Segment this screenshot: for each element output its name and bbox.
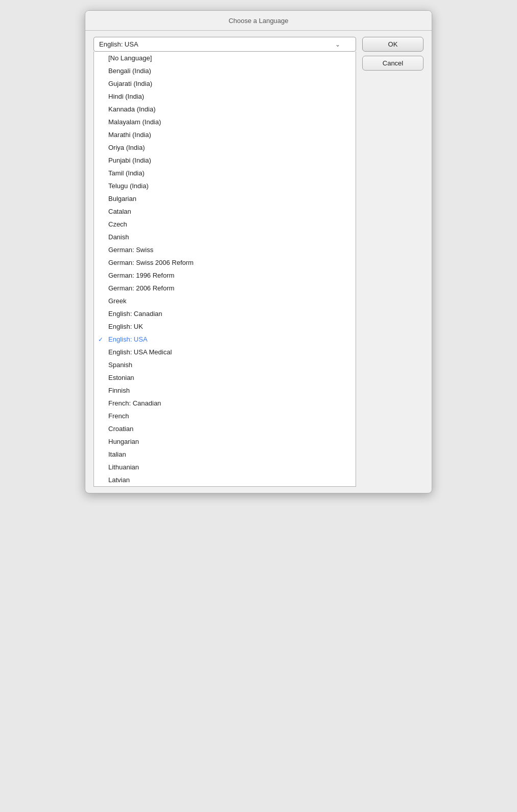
list-item[interactable]: ✓German: 2006 Reform	[94, 282, 356, 295]
list-item[interactable]: ✓Punjabi (India)	[94, 154, 356, 167]
list-item[interactable]: ✓Danish	[94, 231, 356, 243]
language-option-label: Bulgarian	[108, 195, 136, 202]
list-item[interactable]: ✓German: Swiss 2006 Reform	[94, 256, 356, 269]
language-option-label: Finnish	[108, 387, 130, 394]
language-option-label: Tamil (India)	[108, 169, 145, 177]
list-item[interactable]: ✓Kannada (India)	[94, 103, 356, 116]
ok-button[interactable]: OK	[362, 37, 424, 52]
list-item[interactable]: ✓Estonian	[94, 371, 356, 384]
language-option-label: Gujarati (India)	[108, 80, 152, 87]
language-option-label: German: Swiss 2006 Reform	[108, 259, 194, 266]
right-section: OK Cancel	[362, 37, 424, 71]
list-item[interactable]: ✓Hindi (India)	[94, 90, 356, 103]
list-item[interactable]: ✓Latvian	[94, 473, 356, 486]
list-item[interactable]: ✓Greek	[94, 295, 356, 307]
language-option-label: Malayalam (India)	[108, 118, 161, 126]
language-option-label: Telugu (India)	[108, 182, 149, 190]
list-item[interactable]: ✓English: UK	[94, 320, 356, 333]
language-dropdown-list[interactable]: ✓[No Language]✓Bengali (India)✓Gujarati …	[93, 52, 356, 487]
language-option-label: English: USA	[108, 335, 148, 343]
dialog-title-bar: Choose a Language	[85, 11, 432, 31]
list-item[interactable]: ✓Marathi (India)	[94, 128, 356, 141]
language-option-label: English: USA Medical	[108, 348, 172, 356]
list-item[interactable]: ✓English: USA Medical	[94, 346, 356, 358]
list-item[interactable]: ✓Oriya (India)	[94, 141, 356, 154]
language-option-label: Hungarian	[108, 438, 139, 445]
list-item[interactable]: ✓Gujarati (India)	[94, 77, 356, 90]
list-item[interactable]: ✓Czech	[94, 218, 356, 231]
dialog-title: Choose a Language	[228, 17, 288, 25]
list-item[interactable]: ✓French: Canadian	[94, 397, 356, 410]
language-option-label: German: 2006 Reform	[108, 284, 174, 292]
list-item[interactable]: ✓Finnish	[94, 384, 356, 397]
language-option-label: English: UK	[108, 323, 143, 330]
list-item[interactable]: ✓Lithuanian	[94, 461, 356, 473]
dialog-body: English: USA ⌄ ✓[No Language]✓Bengali (I…	[85, 31, 432, 493]
language-option-label: Punjabi (India)	[108, 156, 151, 164]
list-item[interactable]: ✓French	[94, 410, 356, 422]
selected-language-label: English: USA	[99, 40, 138, 48]
language-option-label: Lithuanian	[108, 463, 139, 471]
left-section: English: USA ⌄ ✓[No Language]✓Bengali (I…	[93, 37, 356, 487]
list-item[interactable]: ✓Catalan	[94, 205, 356, 218]
language-option-label: Spanish	[108, 361, 132, 369]
choose-language-dialog: Choose a Language English: USA ⌄ ✓[No La…	[85, 10, 432, 493]
language-option-label: Greek	[108, 297, 126, 305]
language-select[interactable]: English: USA ⌄	[93, 37, 356, 52]
chevron-down-icon: ⌄	[335, 41, 340, 48]
language-option-label: Bengali (India)	[108, 67, 151, 75]
language-option-label: French: Canadian	[108, 399, 161, 407]
language-option-label: Hindi (India)	[108, 93, 144, 100]
language-option-label: Italian	[108, 450, 126, 458]
language-option-label: Latvian	[108, 476, 130, 484]
language-option-label: German: Swiss	[108, 246, 153, 254]
language-option-label: Kannada (India)	[108, 105, 156, 113]
language-option-label: Catalan	[108, 208, 131, 215]
list-item[interactable]: ✓Croatian	[94, 422, 356, 435]
language-option-label: Estonian	[108, 374, 134, 381]
list-item[interactable]: ✓English: USA	[94, 333, 356, 346]
checkmark-icon: ✓	[98, 336, 103, 343]
list-item[interactable]: ✓Italian	[94, 448, 356, 461]
list-item[interactable]: ✓Spanish	[94, 358, 356, 371]
language-option-label: Marathi (India)	[108, 131, 151, 139]
list-item[interactable]: ✓Bulgarian	[94, 192, 356, 205]
list-item[interactable]: ✓Malayalam (India)	[94, 116, 356, 128]
language-option-label: Croatian	[108, 425, 133, 433]
list-item[interactable]: ✓English: Canadian	[94, 307, 356, 320]
list-item[interactable]: ✓German: Swiss	[94, 243, 356, 256]
list-item[interactable]: ✓German: 1996 Reform	[94, 269, 356, 282]
list-item[interactable]: ✓Hungarian	[94, 435, 356, 448]
language-option-label: Oriya (India)	[108, 144, 145, 151]
list-item[interactable]: ✓Tamil (India)	[94, 167, 356, 179]
list-item[interactable]: ✓[No Language]	[94, 52, 356, 64]
language-option-label: Czech	[108, 220, 127, 228]
language-option-label: [No Language]	[108, 54, 152, 62]
language-option-label: French	[108, 412, 129, 420]
list-item[interactable]: ✓Bengali (India)	[94, 64, 356, 77]
language-option-label: English: Canadian	[108, 310, 162, 318]
list-item[interactable]: ✓Telugu (India)	[94, 179, 356, 192]
select-wrapper: English: USA ⌄ ✓[No Language]✓Bengali (I…	[93, 37, 356, 487]
cancel-button[interactable]: Cancel	[362, 56, 424, 71]
language-option-label: Danish	[108, 233, 129, 241]
language-option-label: German: 1996 Reform	[108, 272, 174, 279]
